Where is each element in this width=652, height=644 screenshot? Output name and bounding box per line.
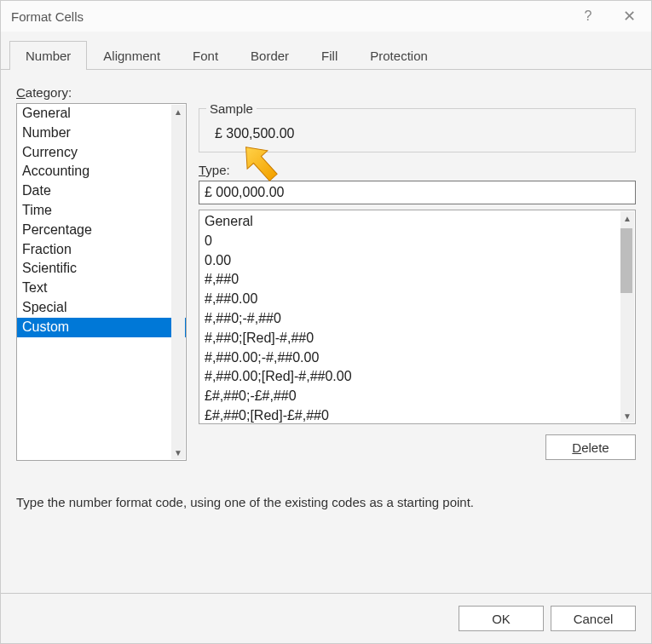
window-title: Format Cells bbox=[11, 9, 568, 24]
tab-protection[interactable]: Protection bbox=[354, 41, 444, 70]
format-code-item[interactable]: #,##0.00;-#,##0.00 bbox=[199, 348, 635, 368]
format-code-item[interactable]: #,##0;[Red]-#,##0 bbox=[199, 329, 635, 348]
tab-number[interactable]: Number bbox=[9, 41, 87, 70]
category-item[interactable]: Date bbox=[17, 181, 186, 201]
scroll-up-icon[interactable]: ▲ bbox=[620, 211, 634, 225]
category-item[interactable]: Time bbox=[17, 201, 186, 221]
type-label: Type: bbox=[199, 163, 636, 177]
category-item[interactable]: General bbox=[17, 104, 186, 124]
format-code-item[interactable]: 0.00 bbox=[199, 251, 635, 271]
format-code-item[interactable]: #,##0;-#,##0 bbox=[199, 309, 635, 329]
scroll-up-icon[interactable]: ▲ bbox=[171, 105, 185, 118]
delete-button[interactable]: Delete bbox=[545, 434, 636, 460]
ok-button[interactable]: OK bbox=[459, 606, 544, 631]
titlebar: Format Cells ? ✕ bbox=[1, 1, 651, 32]
dialog-footer: OK Cancel bbox=[1, 593, 651, 643]
help-button[interactable]: ? bbox=[568, 1, 609, 32]
category-item[interactable]: Currency bbox=[17, 143, 186, 163]
tab-fill[interactable]: Fill bbox=[305, 41, 354, 70]
category-item[interactable]: Text bbox=[17, 279, 186, 298]
format-code-item[interactable]: #,##0.00;[Red]-#,##0.00 bbox=[199, 367, 635, 387]
format-cells-dialog: Format Cells ? ✕ Number Alignment Font B… bbox=[0, 0, 652, 644]
format-code-item[interactable]: #,##0 bbox=[199, 270, 635, 290]
category-item[interactable]: Custom bbox=[17, 318, 186, 337]
scroll-down-icon[interactable]: ▼ bbox=[620, 409, 634, 423]
category-item[interactable]: Percentage bbox=[17, 221, 186, 240]
type-input[interactable] bbox=[199, 181, 636, 204]
tab-border[interactable]: Border bbox=[234, 41, 305, 70]
scroll-down-icon[interactable]: ▼ bbox=[171, 446, 185, 459]
category-item[interactable]: Number bbox=[17, 124, 186, 143]
sample-group: Sample £ 300,500.00 bbox=[199, 108, 636, 152]
format-code-item[interactable]: £#,##0;-£#,##0 bbox=[199, 387, 635, 406]
category-label: Category: bbox=[16, 85, 636, 100]
tab-font[interactable]: Font bbox=[176, 41, 234, 70]
format-code-listbox[interactable]: General00.00#,##0#,##0.00#,##0;-#,##0#,#… bbox=[199, 210, 636, 424]
format-code-item[interactable]: General bbox=[199, 212, 635, 232]
sample-legend: Sample bbox=[206, 101, 257, 116]
category-item[interactable]: Scientific bbox=[17, 259, 186, 279]
hint-text: Type the number format code, using one o… bbox=[16, 495, 636, 509]
scrollbar[interactable]: ▲ ▼ bbox=[620, 211, 634, 423]
scrollbar-thumb[interactable] bbox=[620, 228, 632, 293]
tab-alignment[interactable]: Alignment bbox=[87, 41, 176, 70]
category-listbox[interactable]: GeneralNumberCurrencyAccountingDateTimeP… bbox=[16, 103, 187, 461]
cancel-button[interactable]: Cancel bbox=[551, 606, 636, 631]
scrollbar[interactable]: ▲ ▼ bbox=[171, 105, 185, 459]
dialog-body: Category: GeneralNumberCurrencyAccountin… bbox=[1, 70, 651, 593]
close-button[interactable]: ✕ bbox=[609, 1, 649, 32]
format-code-item[interactable]: £#,##0;[Red]-£#,##0 bbox=[199, 406, 635, 424]
category-item[interactable]: Accounting bbox=[17, 162, 186, 181]
tabstrip: Number Alignment Font Border Fill Protec… bbox=[1, 32, 651, 70]
sample-value: £ 300,500.00 bbox=[210, 118, 625, 147]
format-code-item[interactable]: 0 bbox=[199, 232, 635, 251]
format-code-item[interactable]: #,##0.00 bbox=[199, 290, 635, 309]
category-item[interactable]: Special bbox=[17, 298, 186, 318]
category-item[interactable]: Fraction bbox=[17, 240, 186, 260]
